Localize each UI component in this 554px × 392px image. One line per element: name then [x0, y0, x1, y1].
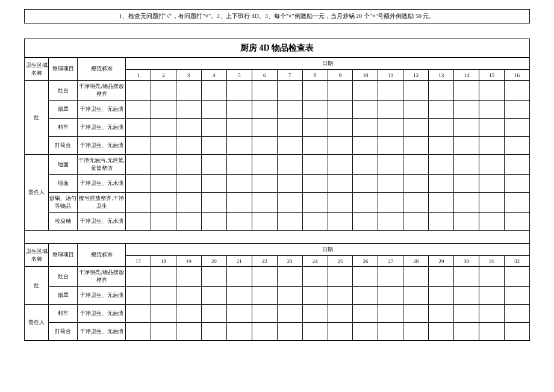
- header-standard: 规范标准: [78, 244, 126, 267]
- area-label-person: 责任人: [25, 155, 49, 231]
- item-cell: 墙面: [49, 175, 78, 193]
- std-cell: 干净卫生、无油渍: [78, 119, 126, 137]
- std-cell: 干净卫生、无油渍: [78, 287, 126, 305]
- spacer-row: [25, 231, 530, 244]
- item-cell: 灶台: [49, 267, 78, 287]
- day-col: 7: [277, 70, 302, 81]
- table-row: 垃圾桶 干净卫生、无水渍: [25, 213, 530, 231]
- std-cell: 干净无油污,无烂菜,菜筐整洁: [78, 155, 126, 175]
- table-row: 烟罩 干净卫生、无油渍: [25, 287, 530, 305]
- item-cell: 灶台: [49, 81, 78, 101]
- day-col: 3: [176, 70, 201, 81]
- day-col: 14: [454, 70, 479, 81]
- day-col: 8: [302, 70, 328, 81]
- day-col: 1: [126, 70, 151, 81]
- day-col: 28: [403, 256, 429, 267]
- item-cell: 打荷台: [49, 137, 78, 155]
- table-row: 料车 干净卫生、无油渍: [25, 119, 530, 137]
- table-row: 打荷台 干净卫生、无油渍: [25, 323, 530, 341]
- day-col: 2: [151, 70, 176, 81]
- std-cell: 干净明亮,物品摆放整齐: [78, 81, 126, 101]
- day-col: 17: [126, 256, 151, 267]
- day-col: 27: [378, 256, 403, 267]
- std-cell: 干净明亮,物品摆放整齐: [78, 267, 126, 287]
- header-area: 卫生区域名称: [25, 58, 49, 81]
- std-cell: 按号挂放整齐,干净卫生: [78, 193, 126, 213]
- area-label-person: 责任人: [25, 305, 49, 341]
- day-col: 20: [201, 256, 226, 267]
- day-col: 19: [176, 256, 201, 267]
- inspection-table: 厨房 4D 物品检查表 卫生区域名称 整理项目 规范标准 日期 1 2 3 4 …: [24, 39, 530, 341]
- item-cell: 料车: [49, 305, 78, 323]
- day-col: 30: [454, 256, 479, 267]
- day-col: 9: [328, 70, 353, 81]
- item-cell: 炒锅、汤勺等物品: [49, 193, 78, 213]
- table-row: 灶 灶台 干净明亮,物品摆放整齐: [25, 267, 530, 287]
- table-row: 墙面 干净卫生、无水渍: [25, 175, 530, 193]
- day-col: 29: [429, 256, 454, 267]
- header-row-2a: 卫生区域名称 整理项目 规范标准 日期: [25, 244, 530, 256]
- std-cell: 干净卫生、无水渍: [78, 175, 126, 193]
- day-col: 12: [403, 70, 429, 81]
- item-cell: 烟罩: [49, 101, 78, 119]
- header-date: 日期: [126, 58, 530, 70]
- day-col: 16: [505, 70, 530, 81]
- header-item: 整理项目: [49, 58, 78, 81]
- std-cell: 干净卫生、无水渍: [78, 213, 126, 231]
- area-label-zao: 灶: [25, 267, 49, 305]
- title-row: 厨房 4D 物品检查表: [25, 39, 530, 58]
- day-col: 22: [252, 256, 277, 267]
- day-col: 4: [201, 70, 226, 81]
- table-row: 炒锅、汤勺等物品 按号挂放整齐,干净卫生: [25, 193, 530, 213]
- header-row-1a: 卫生区域名称 整理项目 规范标准 日期: [25, 58, 530, 70]
- day-col: 15: [479, 70, 505, 81]
- std-cell: 干净卫生、无油渍: [78, 323, 126, 341]
- day-col: 13: [429, 70, 454, 81]
- item-cell: 打荷台: [49, 323, 78, 341]
- area-label-zao: 灶: [25, 81, 49, 155]
- day-col: 25: [328, 256, 353, 267]
- day-col: 18: [151, 256, 176, 267]
- table-title: 厨房 4D 物品检查表: [25, 39, 530, 58]
- day-col: 31: [479, 256, 505, 267]
- header-date: 日期: [126, 244, 530, 256]
- item-cell: 烟罩: [49, 287, 78, 305]
- day-col: 24: [302, 256, 328, 267]
- day-col: 26: [353, 256, 378, 267]
- table-row: 烟罩 干净卫生、无油渍: [25, 101, 530, 119]
- header-standard: 规范标准: [78, 58, 126, 81]
- std-cell: 干净卫生、无油渍: [78, 305, 126, 323]
- item-cell: 垃圾桶: [49, 213, 78, 231]
- header-area: 卫生区域名称: [25, 244, 49, 267]
- header-item: 整理项目: [49, 244, 78, 267]
- day-col: 32: [505, 256, 530, 267]
- day-col: 11: [378, 70, 403, 81]
- std-cell: 干净卫生、无油渍: [78, 101, 126, 119]
- day-col: 23: [277, 256, 302, 267]
- day-col: 21: [226, 256, 252, 267]
- day-col: 10: [353, 70, 378, 81]
- table-row: 责任人 地面 干净无油污,无烂菜,菜筐整洁: [25, 155, 530, 175]
- table-row: 打荷台 干净卫生、无油渍: [25, 137, 530, 155]
- day-col: 5: [226, 70, 252, 81]
- instruction-note: 1、检查无问题打"√"，有问题打"×"。2、上下班行 4D。3、每个"×"倒激励…: [24, 9, 530, 23]
- table-row: 责任人 料车 干净卫生、无油渍: [25, 305, 530, 323]
- table-row: 灶 灶台 干净明亮,物品摆放整齐: [25, 81, 530, 101]
- day-col: 6: [252, 70, 277, 81]
- item-cell: 料车: [49, 119, 78, 137]
- std-cell: 干净卫生、无油渍: [78, 137, 126, 155]
- item-cell: 地面: [49, 155, 78, 175]
